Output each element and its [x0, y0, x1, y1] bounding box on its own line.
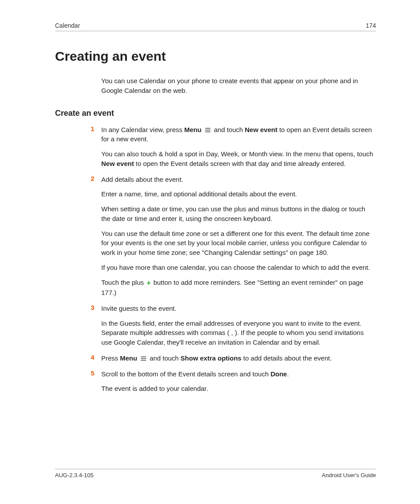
step-text: In any Calendar view, press Menu and tou… [101, 125, 376, 144]
step-number: 3 [91, 304, 94, 311]
bold-label: New event [101, 160, 134, 167]
text-run: In any Calendar view, press [101, 126, 184, 133]
footer-doc-id: AUG-2.3.4-105 [55, 472, 93, 478]
text-run: to open the Event details screen with th… [134, 160, 346, 167]
step-number: 5 [91, 369, 94, 377]
step-text: Scroll to the bottom of the Event detail… [101, 369, 376, 379]
step-text: Enter a name, time, and optional additio… [101, 189, 376, 199]
menu-icon [205, 128, 211, 132]
section-heading: Create an event [55, 109, 376, 118]
step-text: The event is added to your calendar. [101, 384, 376, 394]
plus-icon: + [147, 278, 151, 288]
header-section: Calendar [55, 22, 80, 29]
step-number: 2 [91, 175, 94, 182]
step-5: 5 Scroll to the bottom of the Event deta… [101, 369, 376, 394]
step-2: 2 Add details about the event. Enter a n… [101, 175, 376, 298]
step-3: 3 Invite guests to the event. In the Gue… [101, 304, 376, 347]
steps-list: 1 In any Calendar view, press Menu and t… [101, 125, 376, 394]
text-run: and touch [148, 354, 181, 362]
step-text: In the Guests field, enter the email add… [101, 319, 376, 347]
header-page-number: 174 [366, 22, 376, 29]
step-number: 1 [91, 125, 94, 132]
step-text: Invite guests to the event. [101, 304, 376, 313]
document-page: Calendar 174 Creating an event You can u… [0, 0, 420, 394]
step-text: You can also touch & hold a spot in Day,… [101, 149, 376, 169]
menu-icon [140, 356, 147, 361]
text-run: Touch the plus [101, 279, 146, 286]
text-run: to add details about the event. [241, 354, 332, 362]
step-text: Touch the plus + button to add more remi… [101, 278, 376, 298]
text-run: . [287, 370, 289, 378]
page-header: Calendar 174 [55, 22, 376, 31]
step-text: You can use the default time zone or set… [101, 229, 376, 258]
page-footer: AUG-2.3.4-105 Android User's Guide [55, 469, 376, 478]
footer-guide-name: Android User's Guide [322, 472, 376, 478]
text-run: Scroll to the bottom of the Event detail… [101, 370, 270, 378]
text-run: You can also touch & hold a spot in Day,… [101, 150, 373, 158]
step-number: 4 [91, 353, 94, 361]
page-title: Creating an event [55, 49, 376, 64]
bold-label: New event [245, 126, 277, 133]
bold-label: Show extra options [181, 354, 241, 362]
menu-label: Menu [184, 126, 201, 133]
step-text: When setting a date or time, you can use… [101, 204, 376, 224]
step-text: If you have more than one calendar, you … [101, 263, 376, 272]
text-run: and touch [212, 126, 245, 133]
step-4: 4 Press Menu and touch Show extra option… [101, 353, 376, 363]
step-text: Add details about the event. [101, 175, 376, 184]
text-run: Press [101, 354, 120, 362]
menu-label: Menu [120, 354, 137, 362]
step-1: 1 In any Calendar view, press Menu and t… [101, 125, 376, 169]
step-text: Press Menu and touch Show extra options … [101, 353, 376, 363]
intro-paragraph: You can use Calendar on your phone to cr… [101, 76, 376, 96]
bold-label: Done [270, 370, 287, 378]
